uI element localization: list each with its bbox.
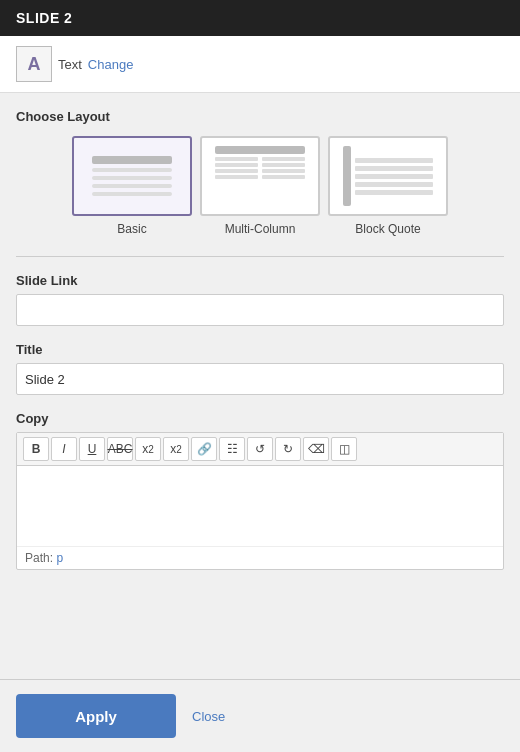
copy-group: Copy B I U ABC x2 x2 🔗 ☷ ↺ ↻ ⌫ ◫ Path: p <box>16 411 504 570</box>
slide-link-label: Slide Link <box>16 273 504 288</box>
basic-layout-visual <box>87 146 177 206</box>
copy-label: Copy <box>16 411 504 426</box>
title-field-label: Title <box>16 342 504 357</box>
sub-header: A Text Change <box>0 36 520 93</box>
title-group: Title <box>16 342 504 395</box>
table-button[interactable]: ◫ <box>331 437 357 461</box>
clear-button[interactable]: ⌫ <box>303 437 329 461</box>
layout-multi-label: Multi-Column <box>225 222 296 236</box>
layout-basic[interactable]: Basic <box>72 136 192 236</box>
slide-link-input[interactable] <box>16 294 504 326</box>
title-input[interactable] <box>16 363 504 395</box>
multi-columns <box>215 157 305 206</box>
multi-layout-visual <box>215 146 305 206</box>
path-label: Path: <box>25 551 53 565</box>
footer-bar: Apply Close <box>0 679 520 752</box>
basic-bar-4 <box>92 184 172 188</box>
close-link[interactable]: Close <box>192 709 225 724</box>
underline-button[interactable]: U <box>79 437 105 461</box>
text-label: Text <box>58 57 82 72</box>
slide-title-label: SLIDE 2 <box>16 10 72 26</box>
layout-basic-icon <box>72 136 192 216</box>
basic-bar-5 <box>92 192 172 196</box>
path-link[interactable]: p <box>56 551 63 565</box>
block-right-area <box>355 146 433 206</box>
window-title: SLIDE 2 <box>0 0 520 36</box>
block-left-strip <box>343 146 351 206</box>
image-button[interactable]: ☷ <box>219 437 245 461</box>
multi-col-1 <box>215 157 258 206</box>
basic-bar-1 <box>92 156 172 164</box>
copy-editor: B I U ABC x2 x2 🔗 ☷ ↺ ↻ ⌫ ◫ Path: p <box>16 432 504 570</box>
apply-button[interactable]: Apply <box>16 694 176 738</box>
layout-multi-column[interactable]: Multi-Column <box>200 136 320 236</box>
text-type-icon: A <box>16 46 52 82</box>
divider-1 <box>16 256 504 257</box>
multi-top-bar <box>215 146 305 154</box>
layout-multi-icon <box>200 136 320 216</box>
undo-button[interactable]: ↺ <box>247 437 273 461</box>
layout-basic-label: Basic <box>117 222 146 236</box>
main-content: Choose Layout Basic <box>0 93 520 602</box>
layout-block-label: Block Quote <box>355 222 420 236</box>
copy-editable-area[interactable] <box>17 466 503 546</box>
block-layout-visual <box>343 146 433 206</box>
layout-options: Basic <box>16 136 504 236</box>
multi-col-2 <box>262 157 305 206</box>
slide-link-group: Slide Link <box>16 273 504 326</box>
strikethrough-button[interactable]: ABC <box>107 437 133 461</box>
choose-layout-label: Choose Layout <box>16 109 504 124</box>
basic-bar-2 <box>92 168 172 172</box>
layout-block-icon <box>328 136 448 216</box>
italic-button[interactable]: I <box>51 437 77 461</box>
layout-block-quote[interactable]: Block Quote <box>328 136 448 236</box>
redo-button[interactable]: ↻ <box>275 437 301 461</box>
superscript-button[interactable]: x2 <box>135 437 161 461</box>
bold-button[interactable]: B <box>23 437 49 461</box>
link-button[interactable]: 🔗 <box>191 437 217 461</box>
basic-bar-3 <box>92 176 172 180</box>
editor-footer: Path: p <box>17 546 503 569</box>
change-link[interactable]: Change <box>88 57 134 72</box>
editor-toolbar: B I U ABC x2 x2 🔗 ☷ ↺ ↻ ⌫ ◫ <box>17 433 503 466</box>
subscript-button[interactable]: x2 <box>163 437 189 461</box>
